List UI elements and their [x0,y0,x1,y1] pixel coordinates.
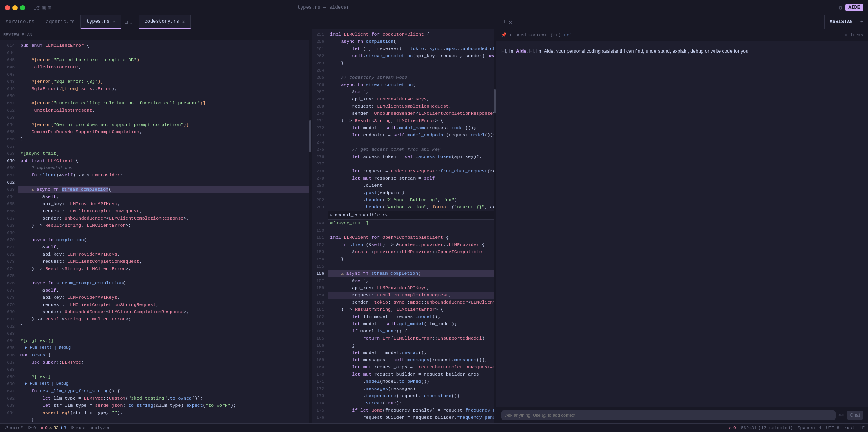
code-content-left: pub enum LLMClientError { #[error("Faile… [18,40,309,423]
context-edit[interactable]: Edit [564,33,575,38]
minimize-button[interactable] [12,5,18,10]
warning-icon: ⚠ [49,425,52,430]
error-count: 0 [45,426,48,430]
s-line-168: let messages = self.messages(request.mes… [328,356,494,364]
status-branch[interactable]: ⎇ main* [3,425,23,430]
ln-652: 652 [0,107,18,114]
status-language[interactable]: rust [844,426,854,430]
code-line-666: sender: UnboundedSender<LLMClientComplet… [18,215,309,222]
sidecar-code: 251 256 261 262 263 264 265 266 267 268 … [312,29,496,423]
ln-650: 650 [0,92,18,100]
s-line-175: if let Some(frequency_penalty) = request… [328,407,494,414]
code-line-674 [18,272,309,280]
ln-694: 694 [0,409,18,416]
code-line-661 [18,179,309,186]
sln-276: 276 [312,153,328,160]
ln-667: 667 [0,215,18,222]
sidebar-toggle-icon[interactable]: ⎇ [33,4,40,11]
tab-label-service: service.rs [6,19,34,25]
editor-scrollbar[interactable] [309,40,312,423]
code-line-650 [18,92,309,100]
ln-686: 686 [0,352,18,359]
code-line-665: request: LLMClientCompletionRequest, [18,208,309,215]
sln-263: 263 [312,60,328,67]
sln-265: 265 [312,74,328,81]
code-line-667: ) -> Result<String, LLMClientError>; [18,222,309,229]
ln-678: 678 [0,294,18,301]
sln-176: 176 [312,414,328,421]
add-tab-icon[interactable]: + [503,19,506,25]
ln-654: 654 [0,121,18,128]
sln-261: 261 [312,45,328,52]
status-encoding[interactable]: UTF-8 [826,426,839,430]
ln-682: 682 [0,323,18,330]
status-spaces[interactable]: Spaces: 4 [798,426,821,430]
more-tabs-icon[interactable]: … [130,19,133,25]
maximize-button[interactable] [20,5,25,10]
tab-close-icon[interactable]: ✕ [113,19,115,24]
layout-icon[interactable]: ▣ [42,4,45,11]
settings-icon[interactable]: ⚙ [839,4,842,11]
ln-675: 675 [0,272,18,280]
sln-262: 262 [312,52,328,60]
status-analyzer[interactable]: ⟳ rust-analyzer [71,425,111,430]
code-line-671: api_key: LLMProviderAPIKeys, [18,251,309,258]
tab-codestory-rs[interactable]: codestory.rs 2 [139,15,191,29]
ln-688: 688 [0,366,18,373]
s-line-278: let request = CodeStoryRequest::from_cha… [328,168,494,175]
split-icon[interactable]: ⊞ [48,4,51,11]
code-line-658: #[async_trait] [18,150,309,157]
sln-file2-label [312,211,328,220]
tab-service-rs[interactable]: service.rs [0,15,40,29]
code-line-685: use super::LLMType; [18,359,309,366]
info-count: 8 [64,426,66,430]
s-line-268: api_key: LLMProviderAPIKeys, [328,96,494,103]
sidecar-scrollbar[interactable] [494,29,496,423]
s-line-153: &crate::provider::LLMProvider::OpenAICom… [328,248,494,256]
ln-644: 644 [0,49,18,56]
code-line-681: } [18,323,309,330]
editor-header: REVIEW PLAN [0,29,312,40]
s-line-274 [328,139,494,146]
code-line-654: #[error("Gemini pro does not support pro… [18,121,309,128]
tab-codestory-label: codestory.rs [145,19,179,24]
s-line-264 [328,67,494,74]
status-errors[interactable]: ✕ 0 ⚠ 33 ℹ 8 [41,425,66,430]
sln-251: 251 [312,31,328,38]
s-line-161: ) -> Result<String, LLMClientError> { [328,306,494,313]
code-line-677: api_key: LLMProviderAPIKeys, [18,294,309,301]
ln-693: 693 [0,402,18,409]
s-line-167: let model = model.unwrap(); [328,349,494,356]
aide-add-button[interactable]: + [860,19,863,25]
ln-662: 662 [0,179,18,186]
status-position[interactable]: 662:31 (17 selected) [741,426,793,430]
sidecar-scrollbar-thumb [494,89,496,113]
tab-label-agentic: agentic.rs [46,19,75,25]
tab-agentic-rs[interactable]: agentic.rs [40,15,81,29]
status-sync[interactable]: ⟳ 0 [28,425,36,430]
ln-668: 668 [0,222,18,229]
sln-272: 272 [312,124,328,132]
sync-counts: 0 [33,426,36,430]
ln-674: 674 [0,265,18,272]
aide-chat-input[interactable] [501,410,836,420]
split-editor-icon[interactable]: ⊟ [125,19,128,26]
s-line-261: let (_, _receiver) = tokio::sync::mpsc::… [328,45,494,52]
statusbar-right: ✕ 0 662:31 (17 selected) Spaces: 4 UTF-8… [729,425,865,430]
error-icon: ✕ [41,425,44,430]
selection-info: (17 selected) [758,426,793,430]
code-line-675: async fn stream_prompt_completion( [18,280,309,287]
ln-658: 658 [0,150,18,157]
close-panel-icon[interactable]: ✕ [508,19,512,26]
tab-types-rs[interactable]: types.rs ✕ [81,15,121,29]
ln-646: 646 [0,64,18,71]
status-lf[interactable]: LF [860,426,865,430]
errors-right: 0 [733,426,736,430]
ln-683: 683 [0,330,18,337]
s-line-273: let endpoint = self.model_endpoint(reque… [328,132,494,139]
sln-157: 157 [312,277,328,284]
aide-send-button[interactable]: Chat [847,411,863,420]
close-button[interactable] [5,5,10,10]
s-line-169: let mut request_args = CreateChatComplet… [328,364,494,371]
code-line-660: fn client(&self) -> &LLMProvider; [18,172,309,179]
